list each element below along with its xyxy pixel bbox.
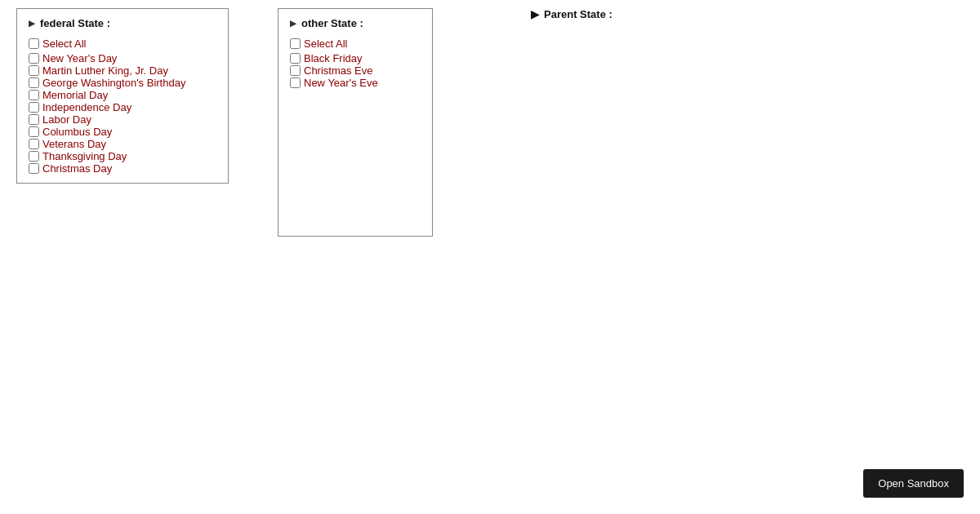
federal-holiday-label[interactable]: Independence Day — [42, 101, 131, 113]
other-holiday-item[interactable]: New Year's Eve — [290, 77, 421, 89]
federal-holiday-label[interactable]: Thanksgiving Day — [42, 150, 127, 162]
federal-holiday-label[interactable]: Christmas Day — [42, 162, 112, 175]
other-holiday-checkbox[interactable] — [290, 53, 301, 64]
federal-holiday-checkbox[interactable] — [29, 102, 39, 113]
other-holiday-item[interactable]: Christmas Eve — [290, 64, 421, 77]
federal-state-header: ▶ federal State : — [29, 17, 216, 29]
federal-state-checkbox-list: Select All New Year's DayMartin Luther K… — [29, 38, 216, 175]
select-all-other-checkbox[interactable] — [290, 38, 301, 49]
other-holiday-item[interactable]: Black Friday — [290, 52, 421, 64]
other-holiday-label[interactable]: Black Friday — [304, 52, 363, 64]
other-state-box: ▶ other State : Select All Black FridayC… — [278, 8, 433, 237]
federal-holiday-checkbox[interactable] — [29, 151, 39, 162]
federal-holiday-item[interactable]: Labor Day — [29, 113, 216, 126]
open-sandbox-button[interactable]: Open Sandbox — [863, 469, 964, 498]
parent-state-section: ▶ Parent State : — [531, 8, 612, 20]
federal-holiday-item[interactable]: Memorial Day — [29, 89, 216, 101]
federal-state-label: federal State : — [40, 17, 110, 29]
other-holiday-label[interactable]: Christmas Eve — [304, 64, 373, 77]
parent-state-arrow: ▶ — [531, 8, 539, 20]
federal-state-box: ▶ federal State : Select All New Year's … — [16, 8, 229, 184]
select-all-federal-label[interactable]: Select All — [42, 38, 86, 50]
federal-holiday-label[interactable]: Labor Day — [42, 113, 91, 126]
other-state-checkbox-list: Select All Black FridayChristmas EveNew … — [290, 38, 421, 89]
select-all-federal-item[interactable]: Select All — [29, 38, 216, 50]
other-state-header: ▶ other State : — [290, 17, 421, 29]
federal-holiday-checkbox[interactable] — [29, 126, 39, 137]
federal-state-arrow: ▶ — [29, 19, 35, 28]
federal-holiday-item[interactable]: New Year's Day — [29, 52, 216, 64]
federal-holiday-checkbox[interactable] — [29, 139, 39, 149]
other-holiday-checkbox[interactable] — [290, 78, 301, 88]
parent-state-label: Parent State : — [544, 8, 612, 20]
select-all-federal-checkbox[interactable] — [29, 38, 39, 49]
federal-holiday-item[interactable]: Christmas Day — [29, 162, 216, 175]
federal-holiday-checkbox[interactable] — [29, 53, 39, 64]
federal-holiday-label[interactable]: New Year's Day — [42, 52, 117, 64]
federal-holiday-label[interactable]: Martin Luther King, Jr. Day — [42, 64, 168, 77]
federal-holiday-checkbox[interactable] — [29, 163, 39, 174]
federal-holiday-item[interactable]: Thanksgiving Day — [29, 150, 216, 162]
federal-holidays-list: New Year's DayMartin Luther King, Jr. Da… — [29, 52, 216, 175]
other-holiday-checkbox[interactable] — [290, 65, 301, 76]
federal-holiday-checkbox[interactable] — [29, 90, 39, 100]
federal-holiday-item[interactable]: George Washington's Birthday — [29, 77, 216, 89]
other-holidays-list: Black FridayChristmas EveNew Year's Eve — [290, 52, 421, 89]
federal-holiday-item[interactable]: Martin Luther King, Jr. Day — [29, 64, 216, 77]
federal-holiday-checkbox[interactable] — [29, 114, 39, 125]
other-state-arrow: ▶ — [290, 19, 296, 28]
select-all-other-label[interactable]: Select All — [304, 38, 347, 50]
federal-holiday-label[interactable]: Veterans Day — [42, 138, 106, 150]
federal-holiday-label[interactable]: Columbus Day — [42, 126, 112, 138]
other-holiday-label[interactable]: New Year's Eve — [304, 77, 378, 89]
select-all-other-item[interactable]: Select All — [290, 38, 421, 50]
federal-holiday-item[interactable]: Veterans Day — [29, 138, 216, 150]
federal-holiday-checkbox[interactable] — [29, 65, 39, 76]
federal-holiday-label[interactable]: Memorial Day — [42, 89, 108, 101]
other-state-label: other State : — [301, 17, 363, 29]
federal-holiday-item[interactable]: Columbus Day — [29, 126, 216, 138]
federal-holiday-label[interactable]: George Washington's Birthday — [42, 77, 185, 89]
federal-holiday-checkbox[interactable] — [29, 78, 39, 88]
federal-holiday-item[interactable]: Independence Day — [29, 101, 216, 113]
